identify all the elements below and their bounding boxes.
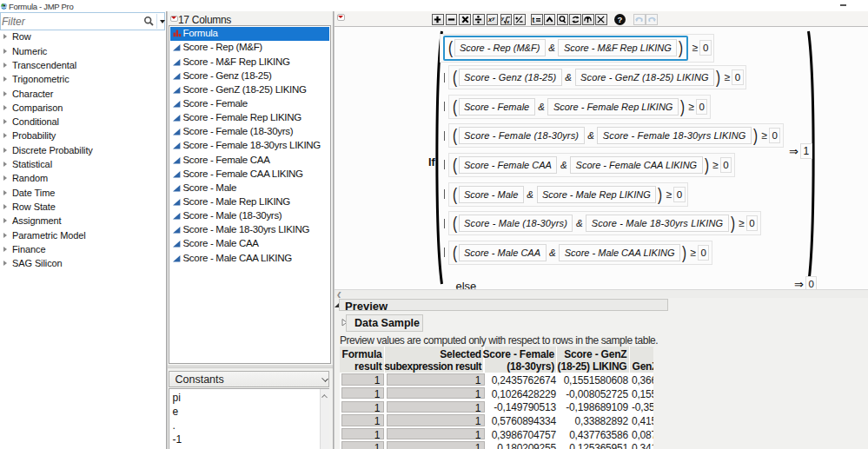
svg-text:t: t (533, 16, 535, 23)
svg-text:y: y (501, 15, 505, 20)
svg-text:x: x (506, 18, 510, 23)
svg-text:y: y (492, 15, 496, 20)
